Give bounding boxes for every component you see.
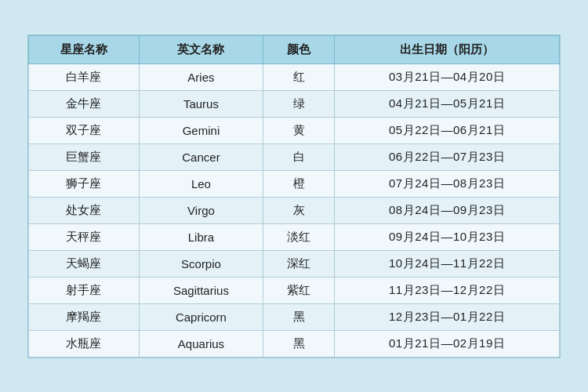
table-row: 巨蟹座Cancer白06月22日—07月23日 — [29, 143, 560, 170]
cell-english-name: Cancer — [139, 143, 263, 170]
header-chinese-name: 星座名称 — [29, 35, 140, 64]
cell-color: 黑 — [263, 303, 335, 330]
cell-english-name: Gemini — [139, 117, 263, 143]
cell-english-name: Libra — [139, 223, 263, 250]
cell-color: 白 — [263, 143, 335, 170]
cell-chinese-name: 摩羯座 — [29, 303, 140, 330]
cell-dates: 08月24日—09月23日 — [335, 197, 560, 223]
cell-chinese-name: 金牛座 — [29, 90, 140, 117]
cell-dates: 09月24日—10月23日 — [335, 223, 560, 250]
table-row: 水瓶座Aquarius黑01月21日—02月19日 — [29, 330, 560, 357]
cell-english-name: Virgo — [139, 197, 263, 223]
table-row: 射手座Sagittarius紫红11月23日—12月22日 — [29, 277, 560, 303]
table-row: 处女座Virgo灰08月24日—09月23日 — [29, 197, 560, 223]
zodiac-table-container: 星座名称 英文名称 颜色 出生日期（阳历） 白羊座Aries红03月21日—04… — [27, 34, 561, 358]
cell-english-name: Aries — [139, 64, 263, 90]
table-header-row: 星座名称 英文名称 颜色 出生日期（阳历） — [29, 35, 560, 64]
cell-chinese-name: 水瓶座 — [29, 330, 140, 357]
cell-chinese-name: 天蝎座 — [29, 250, 140, 277]
zodiac-table: 星座名称 英文名称 颜色 出生日期（阳历） 白羊座Aries红03月21日—04… — [28, 35, 560, 358]
cell-color: 灰 — [263, 197, 335, 223]
table-row: 双子座Gemini黄05月22日—06月21日 — [29, 117, 560, 143]
cell-dates: 12月23日—01月22日 — [335, 303, 560, 330]
table-row: 狮子座Leo橙07月24日—08月23日 — [29, 170, 560, 197]
header-color: 颜色 — [263, 35, 335, 64]
cell-dates: 03月21日—04月20日 — [335, 64, 560, 90]
cell-chinese-name: 射手座 — [29, 277, 140, 303]
cell-dates: 10月24日—11月22日 — [335, 250, 560, 277]
cell-chinese-name: 狮子座 — [29, 170, 140, 197]
cell-color: 淡红 — [263, 223, 335, 250]
cell-dates: 04月21日—05月21日 — [335, 90, 560, 117]
cell-color: 橙 — [263, 170, 335, 197]
cell-chinese-name: 巨蟹座 — [29, 143, 140, 170]
table-row: 天蝎座Scorpio深红10月24日—11月22日 — [29, 250, 560, 277]
cell-chinese-name: 白羊座 — [29, 64, 140, 90]
cell-chinese-name: 处女座 — [29, 197, 140, 223]
table-row: 天秤座Libra淡红09月24日—10月23日 — [29, 223, 560, 250]
header-dates: 出生日期（阳历） — [335, 35, 560, 64]
table-row: 白羊座Aries红03月21日—04月20日 — [29, 64, 560, 90]
table-body: 白羊座Aries红03月21日—04月20日金牛座Taurus绿04月21日—0… — [29, 64, 560, 357]
table-row: 摩羯座Capricorn黑12月23日—01月22日 — [29, 303, 560, 330]
cell-color: 黄 — [263, 117, 335, 143]
cell-color: 红 — [263, 64, 335, 90]
cell-dates: 05月22日—06月21日 — [335, 117, 560, 143]
cell-english-name: Leo — [139, 170, 263, 197]
cell-color: 绿 — [263, 90, 335, 117]
cell-dates: 06月22日—07月23日 — [335, 143, 560, 170]
cell-english-name: Capricorn — [139, 303, 263, 330]
cell-dates: 07月24日—08月23日 — [335, 170, 560, 197]
cell-english-name: Aquarius — [139, 330, 263, 357]
cell-dates: 11月23日—12月22日 — [335, 277, 560, 303]
cell-english-name: Taurus — [139, 90, 263, 117]
cell-chinese-name: 双子座 — [29, 117, 140, 143]
header-english-name: 英文名称 — [139, 35, 263, 64]
cell-color: 深红 — [263, 250, 335, 277]
cell-color: 黑 — [263, 330, 335, 357]
cell-english-name: Sagittarius — [139, 277, 263, 303]
table-row: 金牛座Taurus绿04月21日—05月21日 — [29, 90, 560, 117]
cell-color: 紫红 — [263, 277, 335, 303]
cell-dates: 01月21日—02月19日 — [335, 330, 560, 357]
cell-chinese-name: 天秤座 — [29, 223, 140, 250]
cell-english-name: Scorpio — [139, 250, 263, 277]
